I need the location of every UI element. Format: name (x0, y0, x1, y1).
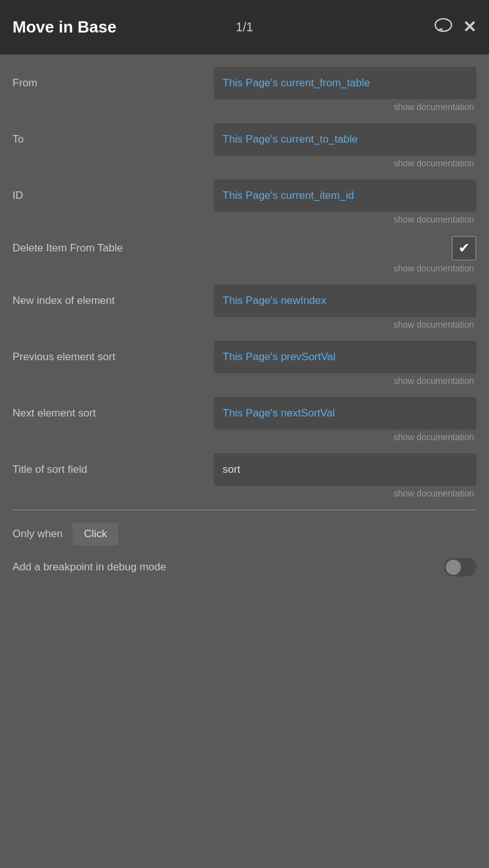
next-sort-label: Next element sort (13, 407, 206, 420)
next-sort-value[interactable]: This Page's nextSortVal (214, 397, 476, 430)
sort-field-value[interactable]: sort (214, 453, 476, 486)
page-title: Move in Base (13, 18, 116, 37)
next-sort-field-row: Next element sort This Page's nextSortVa… (13, 397, 476, 442)
divider (13, 510, 476, 510)
delete-field-row: Delete Item From Table ✔ show documentat… (13, 236, 476, 273)
id-value[interactable]: This Page's current_item_id (214, 179, 476, 212)
delete-checkbox-row: Delete Item From Table ✔ (13, 236, 476, 261)
id-field-row: ID This Page's current_item_id show docu… (13, 179, 476, 225)
from-value[interactable]: This Page's current_from_table (214, 67, 476, 99)
id-show-doc[interactable]: show documentation (13, 214, 476, 225)
svg-point-0 (435, 19, 451, 31)
from-label: From (13, 77, 206, 89)
sort-field-label: Title of sort field (13, 463, 206, 476)
only-when-label: Only when (13, 528, 63, 540)
header: Move in Base 1/1 ✕ (0, 0, 489, 54)
comment-icon[interactable] (434, 17, 453, 38)
to-value[interactable]: This Page's current_to_table (214, 123, 476, 156)
to-field-row: To This Page's current_to_table show doc… (13, 123, 476, 168)
counter-badge: 1/1 (236, 20, 253, 34)
to-label: To (13, 133, 206, 146)
new-index-value[interactable]: This Page's newIndex (214, 285, 476, 317)
id-label: ID (13, 189, 206, 202)
sort-field-row: Title of sort field sort show documentat… (13, 453, 476, 498)
delete-label: Delete Item From Table (13, 242, 206, 255)
prev-sort-label: Previous element sort (13, 351, 206, 363)
new-index-show-doc[interactable]: show documentation (13, 320, 476, 330)
prev-sort-show-doc[interactable]: show documentation (13, 376, 476, 386)
delete-checkbox[interactable]: ✔ (451, 236, 476, 261)
toggle-knob (446, 560, 461, 575)
new-index-label: New index of element (13, 295, 206, 307)
content-area: From This Page's current_from_table show… (0, 54, 489, 595)
from-show-doc[interactable]: show documentation (13, 102, 476, 112)
header-actions: ✕ (434, 17, 476, 38)
checkmark-icon: ✔ (458, 241, 470, 255)
breakpoint-row: Add a breakpoint in debug mode (13, 558, 476, 577)
sort-field-show-doc[interactable]: show documentation (13, 488, 476, 498)
close-icon[interactable]: ✕ (463, 18, 476, 37)
prev-sort-value[interactable]: This Page's prevSortVal (214, 341, 476, 373)
from-field-row: From This Page's current_from_table show… (13, 67, 476, 112)
prev-sort-field-row: Previous element sort This Page's prevSo… (13, 341, 476, 386)
delete-show-doc[interactable]: show documentation (13, 263, 476, 273)
new-index-field-row: New index of element This Page's newInde… (13, 285, 476, 330)
breakpoint-label: Add a breakpoint in debug mode (13, 561, 436, 573)
click-badge[interactable]: Click (73, 523, 118, 545)
to-show-doc[interactable]: show documentation (13, 158, 476, 168)
only-when-row: Only when Click (13, 523, 476, 545)
next-sort-show-doc[interactable]: show documentation (13, 432, 476, 442)
breakpoint-toggle[interactable] (444, 558, 476, 577)
